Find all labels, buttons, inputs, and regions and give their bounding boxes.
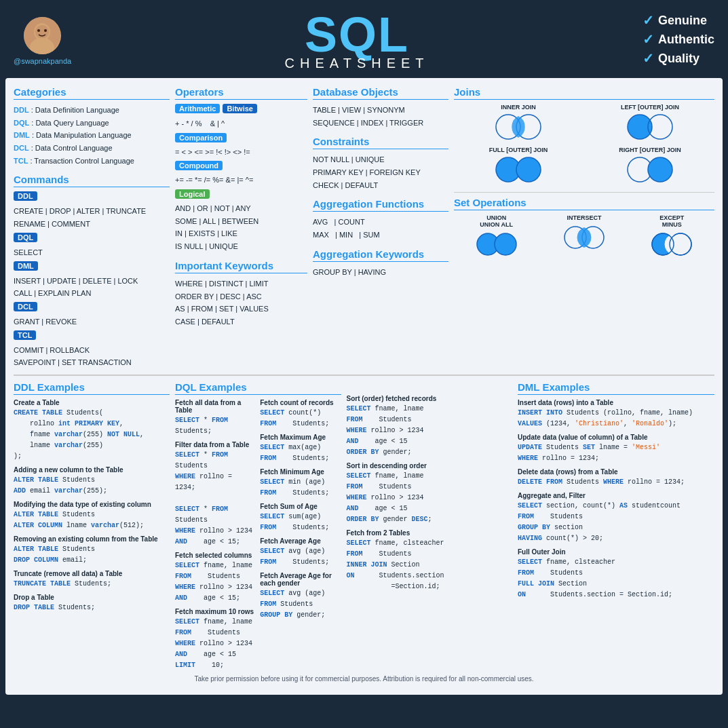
subtitle: CHEATSHEET bbox=[285, 56, 429, 71]
set-ops-section: Set Operations UNIONUNION ALL INTERSECT bbox=[454, 192, 714, 261]
ex-filter-code: SELECT * FROM Students WHERE rollno = 12… bbox=[175, 450, 256, 548]
check-icon-2: ✓ bbox=[643, 31, 654, 47]
constraints-title: Constraints bbox=[313, 136, 448, 149]
ex-sort-desc: Sort (order) fetched records bbox=[347, 395, 513, 402]
badge-genuine: ✓ Genuine bbox=[643, 12, 714, 28]
ex-filter-desc: Filter data from a Table bbox=[175, 441, 256, 448]
tcl-commands: COMMIT | ROLLBACKSAVEPOINT | SET TRANSAC… bbox=[14, 344, 170, 369]
ex-aggregate-code: SELECT section, count(*) AS studentcount… bbox=[518, 501, 714, 544]
ex-avg-age-code: SELECT avg (age) FROM Students; bbox=[260, 546, 341, 568]
genuine-label: Genuine bbox=[658, 14, 707, 28]
ex-max-rows-desc: Fetch maximum 10 rows bbox=[175, 608, 256, 615]
header-center: SQL CHEATSHEET bbox=[285, 10, 429, 71]
bitwise-badge: Bitwise bbox=[223, 104, 257, 113]
bottom-section: DDL Examples Create a Table CREATE TABLE… bbox=[14, 375, 714, 671]
bottom-grid: DDL Examples Create a Table CREATE TABLE… bbox=[14, 381, 714, 671]
logical-badge-row: Logical bbox=[175, 189, 307, 201]
ex-sel-cols-code: SELECT fname, lname FROM Students WHERE … bbox=[175, 560, 256, 604]
dml-examples-panel: DML Examples Insert data (rows) into a T… bbox=[518, 381, 714, 671]
ex-insert-desc: Insert data (rows) into a Table bbox=[518, 399, 714, 406]
right-join: RIGHT [OUTER] JOIN bbox=[586, 147, 714, 187]
db-objects-title: Database Objects bbox=[313, 86, 448, 100]
dql-examples-title: DQL Examples bbox=[175, 381, 341, 395]
ex-2tables-desc: Fetch from 2 Tables bbox=[347, 529, 513, 537]
ex-full-join-code: SELECT fname, clsteacher FROM Students F… bbox=[518, 557, 714, 600]
tcl-badge: TCL bbox=[14, 330, 36, 340]
ex-min-age-code: SELECT min (age) FROM Students; bbox=[260, 477, 341, 499]
quality-label: Quality bbox=[658, 52, 700, 66]
dql-badge-row: DQL bbox=[14, 233, 170, 244]
ddl-badge: DDL bbox=[14, 191, 37, 201]
intersect-diagram bbox=[560, 223, 608, 252]
ex-count-code: SELECT count(*) FROM Students; bbox=[260, 408, 341, 429]
ex-insert-code: INSERT INTO Students (rollno, fname, lna… bbox=[518, 408, 714, 429]
ex-delete-code: DELETE FROM Students WHERE rollno = 1234… bbox=[518, 477, 714, 488]
ex-modify-col-code: ALTER TABLE Students ALTER COLUMN lname … bbox=[14, 510, 170, 531]
agg-keywords-list: GROUP BY | HAVING bbox=[313, 266, 448, 279]
dml-commands: INSERT | UPDATE | DELETE | LOCKCALL | EX… bbox=[14, 275, 170, 300]
union-op: UNIONUNION ALL bbox=[454, 214, 539, 261]
ex-add-col-code: ALTER TABLE Students ADD email varchar(2… bbox=[14, 475, 170, 497]
avatar bbox=[24, 17, 61, 54]
inner-join-diagram bbox=[491, 112, 545, 142]
authentic-label: Authentic bbox=[658, 33, 714, 47]
db-objects-panel: Database Objects TABLE | VIEW | SYNONYM … bbox=[313, 86, 448, 369]
ddl-examples-title: DDL Examples bbox=[14, 381, 170, 395]
union-diagram bbox=[473, 229, 520, 259]
left-join-diagram bbox=[623, 112, 677, 142]
constraints-list: NOT NULL | UNIQUE PRIMARY KEY | FOREIGN … bbox=[313, 153, 448, 191]
left-join: LEFT [OUTER] JOIN bbox=[586, 104, 714, 144]
ex-update-code: UPDATE Students SET lname = 'Messi' WHER… bbox=[518, 442, 714, 464]
dql-commands: SELECT bbox=[14, 246, 170, 259]
ex-create-code: CREATE TABLE Students( rollno int PRIMAR… bbox=[14, 408, 170, 462]
right-join-diagram bbox=[623, 155, 677, 185]
union-label: UNIONUNION ALL bbox=[454, 214, 539, 228]
dml-badge: DML bbox=[14, 261, 38, 271]
compound-badge-row: Compound bbox=[175, 161, 307, 172]
dql-badge: DQL bbox=[14, 233, 37, 242]
dml-badge-row: DML bbox=[14, 261, 170, 273]
ex-drop-code: DROP TABLE Students; bbox=[14, 602, 170, 613]
inner-join: INNER JOIN bbox=[454, 104, 583, 144]
ex-drop-col-code: ALTER TABLE Students DROP COLUMN email; bbox=[14, 544, 170, 566]
spacer bbox=[347, 381, 513, 391]
ex-sum-age-desc: Fetch Sum of Age bbox=[260, 503, 341, 510]
header-left: @swapnakpanda bbox=[14, 17, 71, 65]
full-join: FULL [OUTER] JOIN bbox=[454, 147, 583, 187]
joins-grid: INNER JOIN LEFT [OUTER] JOIN bbox=[454, 104, 714, 187]
ex-avg-gender-code: SELECT avg (age) FROM Students GROUP BY … bbox=[260, 588, 341, 621]
agg-keywords-title: Aggregation Keywords bbox=[313, 248, 448, 262]
ex-modify-col-desc: Modifying the data type of existing colu… bbox=[14, 501, 170, 508]
ex-truncate-desc: Truncate (remove all data) a Table bbox=[14, 570, 170, 577]
dcl-commands: GRANT | REVOKE bbox=[14, 315, 170, 328]
main-content: Categories DDL : Data Definition Languag… bbox=[5, 78, 723, 695]
comparison-badge-row: Comparison bbox=[175, 133, 307, 145]
ex-add-col-desc: Adding a new column to the Table bbox=[14, 466, 170, 474]
svg-point-15 bbox=[495, 233, 516, 255]
except-op: EXCEPTMINUS bbox=[630, 214, 714, 261]
ex-sel-cols-desc: Fetch selected columns bbox=[175, 552, 256, 559]
ex-max-age-desc: Fetch Maximum Age bbox=[260, 434, 341, 441]
ex-sort-desc-desc: Sort in descending order bbox=[347, 462, 513, 470]
tcl-badge-row: TCL bbox=[14, 330, 170, 342]
badge-quality: ✓ Quality bbox=[643, 50, 714, 66]
categories-panel: Categories DDL : Data Definition Languag… bbox=[14, 86, 170, 369]
check-icon-1: ✓ bbox=[643, 12, 654, 28]
ex-delete-desc: Delete data (rows) from a Table bbox=[518, 468, 714, 476]
joins-setops-panel: Joins INNER JOIN LEFT [OUTER] JOIN bbox=[454, 86, 714, 369]
logical-badge: Logical bbox=[175, 189, 210, 199]
svg-point-11 bbox=[516, 157, 541, 182]
ex-create-desc: Create a Table bbox=[14, 399, 170, 406]
logical-ops: AND | OR | NOT | ANY SOME | ALL | BETWEE… bbox=[175, 202, 307, 253]
badge-authentic: ✓ Authentic bbox=[643, 31, 714, 47]
ex-aggregate-desc: Aggregate and, Filter bbox=[518, 492, 714, 499]
arith-ops: + - * / % & | ^ bbox=[175, 117, 307, 130]
inner-join-label: INNER JOIN bbox=[454, 104, 583, 111]
dcl-badge-row: DCL bbox=[14, 302, 170, 313]
intersect-label: INTERSECT bbox=[541, 214, 626, 221]
ex-fetch-all-desc: Fetch all data from a Table bbox=[175, 399, 256, 414]
arithmetic-badge: Arithmetic bbox=[175, 104, 220, 113]
ex-avg-gender-desc: Fetch Average Age for each gender bbox=[260, 572, 341, 587]
ex-full-join-desc: Full Outer Join bbox=[518, 548, 714, 556]
twitter-handle: @swapnakpanda bbox=[14, 57, 71, 65]
